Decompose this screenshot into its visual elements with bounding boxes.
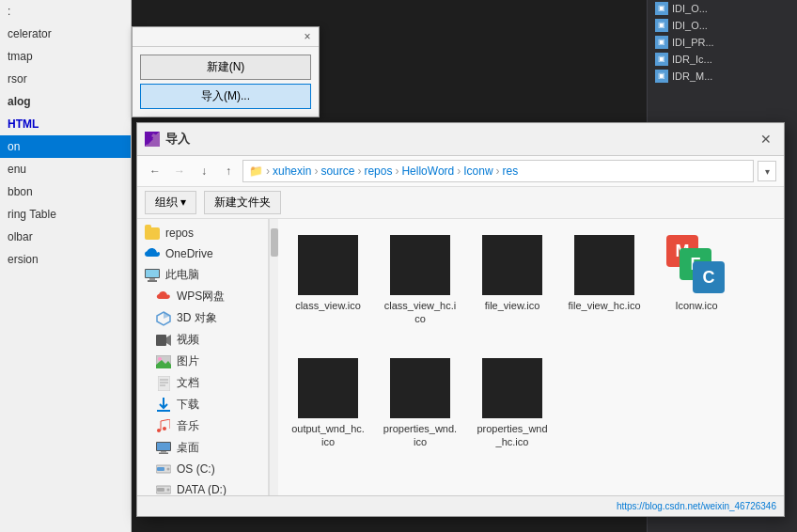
file-name-output-wnd-hc: output_wnd_hc.ico <box>290 422 366 449</box>
status-url: https://blog.csdn.net/weixin_46726346 <box>617 501 776 511</box>
left-item-2[interactable]: tmap <box>0 45 131 68</box>
tree-item-doc[interactable]: 文档 <box>137 372 268 394</box>
breadcrumb-iconw[interactable]: Iconw <box>463 164 492 178</box>
doc-icon <box>158 376 170 391</box>
file-name-file-view-hc: file_view_hc.ico <box>568 299 640 312</box>
left-item-6[interactable]: on <box>0 135 131 158</box>
file-item-file-view[interactable]: file_view.ico <box>470 227 555 335</box>
resource-icon-4: ▣ <box>655 53 668 66</box>
file-item-class-view-hc[interactable]: class_view_hc.ico <box>378 227 462 335</box>
file-dialog-title: 导入 <box>145 131 190 148</box>
breadcrumb-source[interactable]: source <box>320 164 354 178</box>
breadcrumb-helloword[interactable]: HelloWord <box>401 164 454 178</box>
file-icon-class-view-hc <box>390 235 450 295</box>
left-item-0[interactable]: : <box>0 0 131 23</box>
tree-scrollbar[interactable] <box>269 219 278 495</box>
forward-button[interactable]: → <box>169 161 190 181</box>
left-item-5[interactable]: HTML <box>0 113 131 135</box>
nav-tree: repos OneDrive <box>137 219 269 495</box>
dialog-close-button[interactable]: ✕ <box>756 129 776 149</box>
left-item-11[interactable]: ersion <box>0 248 131 271</box>
ide-item-5: ▣ IDR_M... <box>648 68 797 85</box>
import-button[interactable]: 导入(M)... <box>140 84 311 109</box>
svg-point-11 <box>158 357 162 361</box>
breadcrumb-res[interactable]: res <box>503 164 519 178</box>
resource-icon-5: ▣ <box>655 70 668 83</box>
small-dialog: × 新建(N) 导入(M)... <box>132 26 320 117</box>
address-bar: ← → ↓ ↑ 📁 › xuhexin › source › repos › H… <box>137 156 784 187</box>
file-item-output-wnd-hc[interactable]: output_wnd_hc.ico <box>286 350 370 458</box>
status-bar: https://blog.csdn.net/weixin_46726346 <box>137 495 784 516</box>
resource-icon: ▣ <box>655 2 668 15</box>
file-icon-class-view <box>298 235 358 295</box>
left-item-10[interactable]: olbar <box>0 226 131 248</box>
tree-item-wps[interactable]: WPS网盘 <box>137 286 268 307</box>
tree-item-music[interactable]: 音乐 <box>137 415 268 437</box>
up-button[interactable]: ↑ <box>218 161 239 181</box>
tree-item-pc[interactable]: 此电脑 <box>137 264 268 286</box>
tree-item-repos[interactable]: repos <box>137 223 268 243</box>
svg-marker-7 <box>164 312 170 319</box>
file-dialog: 导入 ✕ ← → ↓ ↑ 📁 › xuhexin › source › repo… <box>136 122 785 517</box>
file-name-properties-wnd: properties_wnd.ico <box>383 422 458 449</box>
tree-item-desktop[interactable]: 桌面 <box>137 437 268 459</box>
tree-item-d-drive[interactable]: DATA (D:) <box>137 479 268 495</box>
tree-item-onedrive[interactable]: OneDrive <box>137 243 268 264</box>
back-button[interactable]: ← <box>145 161 165 181</box>
left-item-9[interactable]: ring Table <box>0 203 131 226</box>
svg-rect-24 <box>157 467 164 471</box>
left-item-7[interactable]: enu <box>0 158 131 180</box>
organize-button[interactable]: 组织 ▾ <box>145 191 196 214</box>
svg-rect-8 <box>156 335 166 346</box>
breadcrumb-repos[interactable]: repos <box>364 164 392 178</box>
recent-button[interactable]: ↓ <box>194 161 214 181</box>
tree-item-video[interactable]: 视频 <box>137 329 268 351</box>
file-item-file-view-hc[interactable]: file_view_hc.ico <box>562 227 647 335</box>
svg-marker-9 <box>166 335 171 346</box>
svg-rect-3 <box>146 270 159 277</box>
new-folder-button[interactable]: 新建文件夹 <box>204 191 281 214</box>
file-name-properties-wnd-hc: properties_wnd_hc.ico <box>475 422 550 449</box>
video-icon <box>156 335 171 346</box>
small-dialog-body: 新建(N) 导入(M)... <box>133 47 319 117</box>
svg-rect-19 <box>157 443 170 450</box>
file-dialog-titlebar: 导入 ✕ <box>137 123 784 156</box>
left-item-4[interactable]: alog <box>0 90 131 113</box>
file-item-iconw[interactable]: M F C Iconw.ico <box>654 227 739 335</box>
ide-item-4: ▣ IDR_Ic... <box>648 51 797 68</box>
file-name-file-view: file_view.ico <box>485 299 540 312</box>
download-icon <box>156 398 171 413</box>
tree-item-3d[interactable]: 3D 对象 <box>137 307 268 329</box>
new-button[interactable]: 新建(N) <box>140 55 311 80</box>
file-icon-output-wnd-hc <box>298 358 358 418</box>
file-icon-file-view-hc <box>574 235 634 295</box>
resource-icon-2: ▣ <box>655 19 668 32</box>
left-item-3[interactable]: rsor <box>0 68 131 90</box>
tree-item-c-drive[interactable]: OS (C:) <box>137 459 268 479</box>
tree-item-image[interactable]: 图片 <box>137 351 268 372</box>
file-item-class-view[interactable]: class_view.ico <box>286 227 370 335</box>
svg-rect-5 <box>148 280 157 282</box>
svg-rect-4 <box>149 278 155 280</box>
titlebar-controls: ✕ <box>756 129 776 149</box>
file-item-properties-wnd-hc[interactable]: properties_wnd_hc.ico <box>470 350 555 458</box>
svg-point-23 <box>167 468 170 471</box>
left-item-8[interactable]: bbon <box>0 180 131 203</box>
address-dropdown[interactable]: ▾ <box>758 161 776 181</box>
file-icon-properties-wnd-hc <box>482 358 542 418</box>
folder-icon <box>145 227 160 240</box>
desktop-icon <box>156 442 171 455</box>
breadcrumb-folder-icon[interactable]: 📁 <box>249 164 263 178</box>
file-item-properties-wnd[interactable]: properties_wnd.ico <box>378 350 462 458</box>
file-name-class-view-hc: class_view_hc.ico <box>383 299 458 326</box>
3d-icon <box>156 311 171 326</box>
svg-rect-20 <box>161 451 166 453</box>
small-dialog-titlebar: × <box>133 27 319 47</box>
ide-item-1: ▣ IDI_O... <box>648 0 797 17</box>
left-item-1[interactable]: celerator <box>0 23 131 45</box>
breadcrumb-xuhexin[interactable]: xuhexin <box>273 164 311 178</box>
small-dialog-close[interactable]: × <box>300 29 315 44</box>
toolbar: 组织 ▾ 新建文件夹 <box>137 187 784 219</box>
tree-item-download[interactable]: 下载 <box>137 394 268 415</box>
breadcrumb: 📁 › xuhexin › source › repos › HelloWord… <box>242 160 754 182</box>
